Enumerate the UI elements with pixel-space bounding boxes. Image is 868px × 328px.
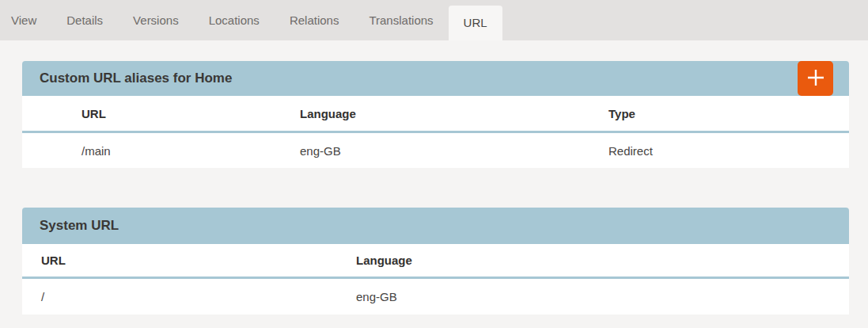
table-row[interactable]: / eng-GB <box>22 279 849 315</box>
tab-locations[interactable]: Locations <box>194 0 275 40</box>
add-url-alias-button[interactable] <box>798 61 833 96</box>
custom-url-aliases-header: Custom URL aliases for Home <box>22 61 849 96</box>
panel-title: Custom URL aliases for Home <box>40 71 232 86</box>
table-row[interactable]: /main eng-GB Redirect <box>22 133 849 168</box>
cell-url: / <box>41 290 356 303</box>
column-header-type: Type <box>608 107 849 120</box>
column-header-language: Language <box>356 254 849 267</box>
panel-title: System URL <box>40 218 119 234</box>
tab-view[interactable]: View <box>0 0 51 40</box>
custom-url-aliases-panel: Custom URL aliases for Home URL Language… <box>22 61 849 168</box>
custom-url-aliases-table: URL Language Type /main eng-GB Redirect <box>22 96 849 168</box>
tab-versions[interactable]: Versions <box>118 0 194 40</box>
content-area: Custom URL aliases for Home URL Language… <box>0 40 868 315</box>
panel-gap <box>22 168 849 208</box>
column-header-url: URL <box>81 107 300 120</box>
tab-url[interactable]: URL <box>449 6 502 40</box>
tab-translations[interactable]: Translations <box>354 0 448 40</box>
system-url-table: URL Language / eng-GB <box>22 244 849 315</box>
cell-url: /main <box>81 144 300 158</box>
cell-language: eng-GB <box>300 144 608 158</box>
cell-type: Redirect <box>608 144 849 158</box>
table-header-row: URL Language <box>22 244 849 279</box>
column-header-url: URL <box>41 254 356 267</box>
column-header-language: Language <box>300 107 608 120</box>
system-url-header: System URL <box>22 208 849 244</box>
tab-details[interactable]: Details <box>51 0 118 40</box>
plus-icon <box>805 67 826 90</box>
tab-bar: View Details Versions Locations Relation… <box>0 0 868 40</box>
table-header-row: URL Language Type <box>22 96 849 133</box>
cell-language: eng-GB <box>356 290 849 303</box>
system-url-panel: System URL URL Language / eng-GB <box>22 208 849 315</box>
tab-relations[interactable]: Relations <box>275 0 354 40</box>
